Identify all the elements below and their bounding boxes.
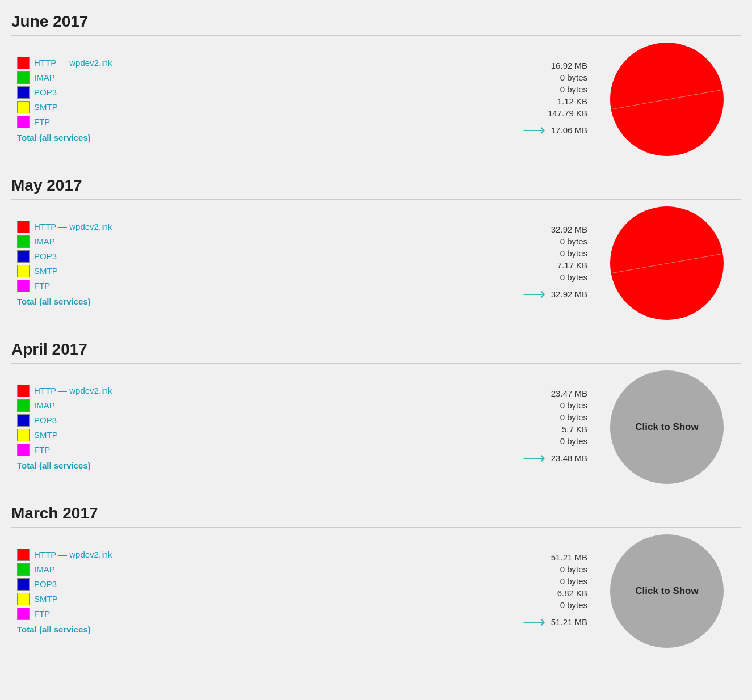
legend-color-swatch xyxy=(17,250,30,263)
section-march-2017: March 2017HTTP — wpdev2.inkIMAPPOP3SMTPF… xyxy=(11,497,741,657)
legend-label: FTP xyxy=(34,117,50,126)
value-row: 0 bytes xyxy=(560,85,587,94)
legend-may-2017: HTTP — wpdev2.inkIMAPPOP3SMTPFTPTotal (a… xyxy=(17,221,199,306)
value-row: 0 bytes xyxy=(560,564,587,574)
value-row: 1.12 KB xyxy=(557,96,587,106)
legend-item: POP3 xyxy=(17,250,199,263)
legend-label: HTTP — wpdev2.ink xyxy=(34,58,112,68)
pie-line xyxy=(611,90,722,110)
legend-color-swatch xyxy=(17,280,30,292)
value-row: 0 bytes xyxy=(560,272,587,282)
total-value: 17.06 MB xyxy=(551,125,587,135)
arrow-icon: ⟶ xyxy=(523,123,545,138)
legend-item: FTP xyxy=(17,444,199,456)
legend-item: IMAP xyxy=(17,235,199,248)
legend-color-swatch xyxy=(17,86,30,99)
legend-item: FTP xyxy=(17,608,199,620)
values-area-june-2017: 16.92 MB0 bytes0 bytes1.12 KB147.79 KB⟶1… xyxy=(199,61,599,138)
total-row: ⟶51.21 MB xyxy=(523,614,587,630)
click-to-show-label: Click to Show xyxy=(635,585,698,597)
chart-area-june-2017 xyxy=(599,43,735,156)
legend-color-swatch xyxy=(17,265,30,277)
value-row: 0 bytes xyxy=(560,576,587,586)
legend-label: IMAP xyxy=(34,73,55,82)
total-row: ⟶23.48 MB xyxy=(523,450,587,466)
legend-item: HTTP — wpdev2.ink xyxy=(17,549,199,561)
legend-item: IMAP xyxy=(17,71,199,84)
legend-total-item: Total (all services) xyxy=(17,130,199,142)
legend-item: SMTP xyxy=(17,593,199,605)
section-title-march-2017: March 2017 xyxy=(11,497,741,528)
legend-color-swatch xyxy=(17,593,30,605)
legend-label: SMTP xyxy=(34,594,58,604)
legend-label: IMAP xyxy=(34,400,55,410)
legend-label: HTTP — wpdev2.ink xyxy=(34,386,112,395)
click-to-show-button[interactable]: Click to Show xyxy=(610,534,724,648)
chart-area-april-2017[interactable]: Click to Show xyxy=(599,370,735,484)
chart-area-may-2017 xyxy=(599,206,735,320)
value-row: 0 bytes xyxy=(560,436,587,446)
legend-color-swatch xyxy=(17,549,30,561)
legend-label: HTTP — wpdev2.ink xyxy=(34,222,112,231)
section-title-june-2017: June 2017 xyxy=(11,6,741,36)
legend-item: POP3 xyxy=(17,86,199,99)
value-row: 0 bytes xyxy=(560,600,587,610)
section-content-may-2017: HTTP — wpdev2.inkIMAPPOP3SMTPFTPTotal (a… xyxy=(11,206,741,329)
value-row: 6.82 KB xyxy=(557,588,587,598)
section-may-2017: May 2017HTTP — wpdev2.inkIMAPPOP3SMTPFTP… xyxy=(11,170,741,329)
values-area-april-2017: 23.47 MB0 bytes0 bytes5.7 KB0 bytes⟶23.4… xyxy=(199,389,599,466)
section-title-april-2017: April 2017 xyxy=(11,334,741,364)
legend-item: SMTP xyxy=(17,265,199,277)
section-content-june-2017: HTTP — wpdev2.inkIMAPPOP3SMTPFTPTotal (a… xyxy=(11,43,741,165)
pie-chart xyxy=(610,206,724,320)
value-row: 5.7 KB xyxy=(562,424,587,434)
legend-color-swatch xyxy=(17,399,30,412)
legend-label: POP3 xyxy=(34,579,57,589)
legend-total-label: Total (all services) xyxy=(17,625,91,634)
value-row: 32.92 MB xyxy=(551,225,587,234)
pie-line xyxy=(611,254,722,274)
section-april-2017: April 2017HTTP — wpdev2.inkIMAPPOP3SMTPF… xyxy=(11,334,741,493)
legend-item: POP3 xyxy=(17,414,199,427)
value-row: 0 bytes xyxy=(560,400,587,410)
values-area-march-2017: 51.21 MB0 bytes0 bytes6.82 KB0 bytes⟶51.… xyxy=(199,553,599,630)
legend-label: FTP xyxy=(34,445,50,454)
legend-april-2017: HTTP — wpdev2.inkIMAPPOP3SMTPFTPTotal (a… xyxy=(17,385,199,470)
legend-total-label: Total (all services) xyxy=(17,297,91,306)
legend-item: SMTP xyxy=(17,429,199,441)
legend-color-swatch xyxy=(17,101,30,113)
legend-march-2017: HTTP — wpdev2.inkIMAPPOP3SMTPFTPTotal (a… xyxy=(17,549,199,634)
legend-label: SMTP xyxy=(34,102,58,112)
legend-item: IMAP xyxy=(17,399,199,412)
total-row: ⟶32.92 MB xyxy=(523,286,587,302)
value-row: 51.21 MB xyxy=(551,553,587,562)
legend-color-swatch xyxy=(17,221,30,233)
legend-label: POP3 xyxy=(34,251,57,261)
legend-item: FTP xyxy=(17,116,199,128)
value-row: 23.47 MB xyxy=(551,389,587,398)
arrow-icon: ⟶ xyxy=(523,450,545,466)
section-june-2017: June 2017HTTP — wpdev2.inkIMAPPOP3SMTPFT… xyxy=(11,6,741,165)
legend-color-swatch xyxy=(17,608,30,620)
value-row: 0 bytes xyxy=(560,73,587,82)
section-content-march-2017: HTTP — wpdev2.inkIMAPPOP3SMTPFTPTotal (a… xyxy=(11,534,741,657)
legend-total-item: Total (all services) xyxy=(17,458,199,470)
legend-color-swatch xyxy=(17,57,30,69)
legend-total-label: Total (all services) xyxy=(17,133,91,142)
click-to-show-button[interactable]: Click to Show xyxy=(610,370,724,484)
chart-area-march-2017[interactable]: Click to Show xyxy=(599,534,735,648)
legend-label: FTP xyxy=(34,609,50,618)
total-row: ⟶17.06 MB xyxy=(523,123,587,138)
value-row: 7.17 KB xyxy=(557,260,587,270)
legend-color-swatch xyxy=(17,578,30,591)
legend-total-item: Total (all services) xyxy=(17,622,199,634)
pie-chart xyxy=(610,43,724,156)
values-area-may-2017: 32.92 MB0 bytes0 bytes7.17 KB0 bytes⟶32.… xyxy=(199,225,599,302)
legend-label: FTP xyxy=(34,281,50,290)
legend-item: HTTP — wpdev2.ink xyxy=(17,221,199,233)
total-value: 32.92 MB xyxy=(551,289,587,299)
legend-item: HTTP — wpdev2.ink xyxy=(17,57,199,69)
arrow-icon: ⟶ xyxy=(523,614,545,630)
page-wrapper: June 2017HTTP — wpdev2.inkIMAPPOP3SMTPFT… xyxy=(0,0,752,667)
legend-color-swatch xyxy=(17,116,30,128)
